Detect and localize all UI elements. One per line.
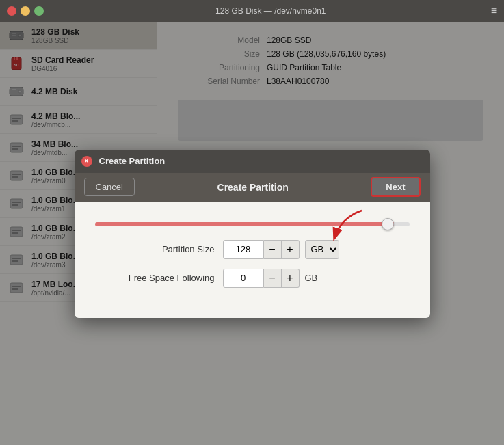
free-space-input[interactable] (223, 269, 264, 288)
minimize-button[interactable] (21, 6, 30, 16)
free-space-label: Free Space Following (95, 273, 215, 283)
slider-area (75, 202, 430, 233)
partition-size-row: Partition Size − + MB GB TB (95, 240, 410, 259)
modal-close-button[interactable]: × (81, 156, 92, 167)
create-partition-modal: × Create Partition Cancel Create Partiti… (75, 150, 430, 318)
partition-size-slider[interactable] (95, 222, 410, 226)
free-space-row: Free Space Following − + GB (95, 269, 410, 288)
partition-unit-select[interactable]: MB GB TB (305, 240, 339, 259)
menu-icon[interactable]: ≡ (491, 5, 497, 17)
free-space-plus-button[interactable]: + (282, 269, 300, 288)
modal-close-x: × (85, 157, 89, 165)
next-button[interactable]: Next (371, 177, 420, 197)
title-bar: 128 GB Disk — /dev/nvme0n1 ≡ (0, 0, 504, 22)
partition-size-label: Partition Size (95, 244, 215, 254)
free-space-unit: GB (305, 273, 318, 283)
modal-titlebar: × Create Partition (75, 150, 430, 173)
partition-fields: Partition Size − + MB GB TB Free Space F… (75, 233, 430, 318)
partition-size-input[interactable] (223, 240, 264, 259)
window-title: 128 GB Disk — /dev/nvme0n1 (51, 6, 491, 16)
modal-overlay: × Create Partition Cancel Create Partiti… (0, 22, 504, 445)
close-button[interactable] (7, 6, 16, 16)
free-space-minus-button[interactable]: − (264, 269, 282, 288)
modal-toolbar-title: Create Partition (217, 182, 289, 193)
cancel-button[interactable]: Cancel (84, 178, 135, 196)
modal-toolbar: Cancel Create Partition Next (75, 173, 430, 202)
modal-title: Create Partition (99, 156, 165, 166)
partition-size-plus-button[interactable]: + (282, 240, 300, 259)
partition-size-minus-button[interactable]: − (264, 240, 282, 259)
maximize-button[interactable] (34, 6, 44, 16)
window-controls (7, 6, 44, 16)
